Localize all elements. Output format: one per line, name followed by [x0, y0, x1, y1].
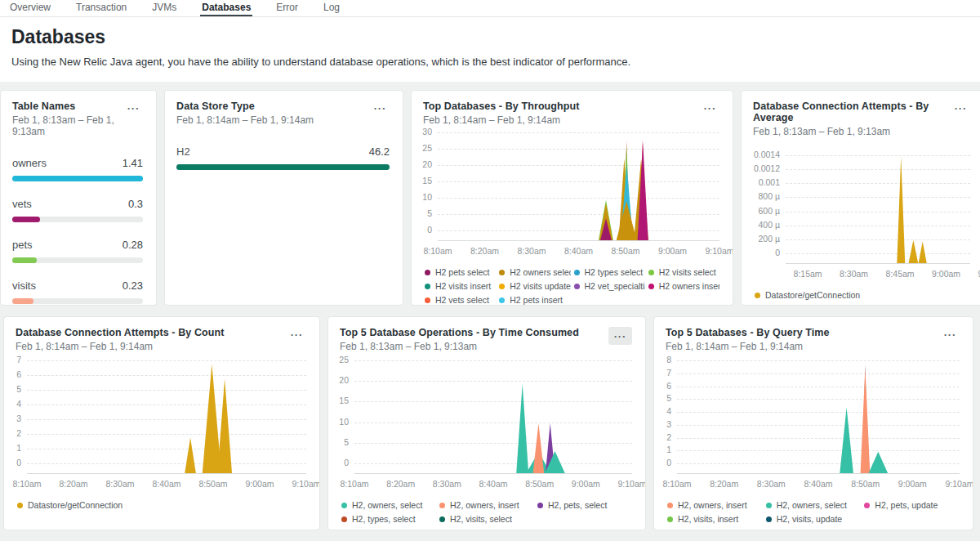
legend-item[interactable]: H2 types select: [574, 267, 645, 277]
plot-area: [27, 360, 306, 474]
tab-log[interactable]: Log: [322, 0, 341, 16]
legend-item[interactable]: H2 pets select: [425, 267, 496, 277]
y-axis-label: 25: [422, 143, 432, 153]
bar-list-row: visits0.23: [12, 279, 143, 292]
legend-item[interactable]: H2, pets, update: [864, 500, 960, 510]
x-axis-label: 8:45am: [886, 269, 915, 279]
more-menu-icon[interactable]: ...: [608, 327, 632, 345]
tab-transaction[interactable]: Transaction: [74, 0, 128, 16]
x-axis-label: 9:00am: [658, 246, 687, 256]
tab-overview[interactable]: Overview: [8, 0, 52, 16]
legend-item[interactable]: H2, types, select: [341, 514, 436, 524]
legend-item[interactable]: H2 owners select: [499, 267, 570, 277]
legend-label: Datastore/getConnection: [765, 290, 860, 300]
legend-item[interactable]: H2 pets insert: [499, 295, 570, 305]
bar-value: 46.2: [369, 145, 390, 158]
chart-spikes: [677, 360, 960, 473]
bar-value: 0.28: [122, 239, 143, 251]
x-axis-label: 8:50am: [198, 479, 227, 489]
bar-label: visits: [12, 279, 36, 292]
legend-label: H2, owners, insert: [678, 500, 747, 510]
x-axis-label: 8:40am: [804, 479, 832, 489]
more-menu-icon[interactable]: ...: [941, 327, 960, 342]
legend-dot-icon: [439, 503, 445, 508]
y-axis-label: 20: [339, 375, 349, 385]
y-axis-label: 3: [666, 419, 671, 429]
legend-dot-icon: [537, 503, 543, 508]
y-axis-label: 5: [427, 208, 432, 218]
y-axis-label: 2: [16, 428, 21, 438]
x-axis-label: 8:10am: [423, 246, 452, 256]
legend-label: H2 vet_specialti…: [585, 281, 645, 291]
card-title: Table Names: [12, 101, 124, 112]
y-axis: 76543210: [16, 360, 27, 473]
x-axis-label: 8:20am: [59, 479, 87, 489]
y-axis-label: 6: [666, 381, 671, 391]
y-axis-label: 0.0012: [754, 163, 780, 173]
y-axis-label: 200 µ: [759, 234, 781, 244]
legend-dot-icon: [425, 284, 430, 289]
legend-label: H2 types select: [585, 267, 644, 277]
bar-label: pets: [12, 239, 33, 251]
legend-item[interactable]: H2 owners insert: [648, 281, 719, 291]
bar-list: H246.2: [176, 145, 390, 170]
bar-list-row: H246.2: [176, 145, 390, 158]
bar-track: [12, 176, 143, 181]
more-menu-icon[interactable]: ...: [124, 101, 143, 115]
card-title: Top Databases - By Throughput: [423, 101, 580, 112]
legend-item[interactable]: H2 visits update: [499, 281, 570, 291]
data-spike: [217, 379, 232, 474]
legend-item[interactable]: H2, owners, select: [341, 500, 436, 510]
legend-label: H2, visits, select: [450, 514, 512, 524]
legend-dot-icon: [341, 516, 347, 522]
y-axis-label: 5: [16, 384, 21, 394]
y-axis-label: 8: [666, 355, 671, 364]
tab-error[interactable]: Error: [274, 0, 300, 16]
data-spike: [909, 240, 919, 263]
bar-list: owners1.41vets0.3pets0.28visits0.23: [12, 157, 143, 304]
legend-label: H2, pets, update: [875, 500, 938, 510]
chart-legend: H2, owners, selectH2, owners, insertH2, …: [341, 500, 632, 524]
x-axis-spacer: [753, 264, 786, 281]
legend-item[interactable]: H2, owners, insert: [667, 500, 763, 510]
plot-area: [677, 360, 960, 474]
x-axis: 8:10am8:20am8:30am8:40am8:50am9:00am9:10…: [438, 246, 719, 258]
chart-area: H246.2: [176, 145, 390, 170]
legend-item[interactable]: H2 vet_specialti…: [574, 281, 645, 291]
x-axis-label: 8:20am: [710, 479, 738, 489]
legend-item[interactable]: H2, visits, update: [766, 514, 862, 524]
y-axis-label: 15: [339, 396, 349, 405]
legend-item[interactable]: H2, pets, select: [537, 500, 632, 510]
legend-item[interactable]: H2, owners, select: [766, 500, 862, 510]
bar-fill: [12, 298, 33, 304]
more-menu-icon[interactable]: ...: [701, 101, 719, 115]
legend-item[interactable]: H2, visits, select: [439, 514, 534, 524]
plot-area: [354, 360, 632, 474]
legend-item[interactable]: H2 visits select: [648, 267, 719, 277]
legend-item[interactable]: H2, owners, insert: [439, 500, 534, 510]
y-axis-label: 0: [16, 458, 21, 467]
legend-item[interactable]: H2 visits insert: [425, 281, 496, 291]
x-axis-row: 8:10am8:20am8:30am8:40am8:50am9:00am9:10…: [666, 474, 960, 491]
legend-item[interactable]: Datastore/getConnection: [17, 500, 306, 510]
data-spike: [617, 201, 637, 240]
legend-label: H2, visits, update: [777, 514, 843, 524]
top-tab-bar: OverviewTransactionJVMsDatabasesErrorLog: [0, 0, 980, 17]
tab-databases[interactable]: Databases: [200, 0, 252, 16]
legend-dot-icon: [648, 284, 654, 289]
legend-label: H2 visits select: [659, 267, 716, 277]
card-row-1: Table Names Feb 1, 8:13am – Feb 1, 9:13a…: [0, 90, 980, 306]
chart-area: 25201510508:10am8:20am8:30am8:40am8:50am…: [340, 360, 632, 524]
bar-track: [12, 298, 143, 304]
more-menu-icon[interactable]: ...: [371, 101, 390, 115]
more-menu-icon[interactable]: ...: [287, 327, 306, 342]
legend-dot-icon: [425, 270, 430, 275]
legend-dot-icon: [667, 516, 673, 522]
legend-item[interactable]: Datastore/getConnection: [755, 290, 970, 300]
legend-label: H2, owners, select: [777, 500, 847, 510]
legend-item[interactable]: H2 vets select: [425, 295, 496, 305]
more-menu-icon[interactable]: ...: [951, 101, 970, 115]
tab-jvms[interactable]: JVMs: [150, 0, 178, 16]
legend-item[interactable]: H2, visits, insert: [667, 514, 763, 524]
x-axis-label: 8:30am: [757, 479, 786, 489]
